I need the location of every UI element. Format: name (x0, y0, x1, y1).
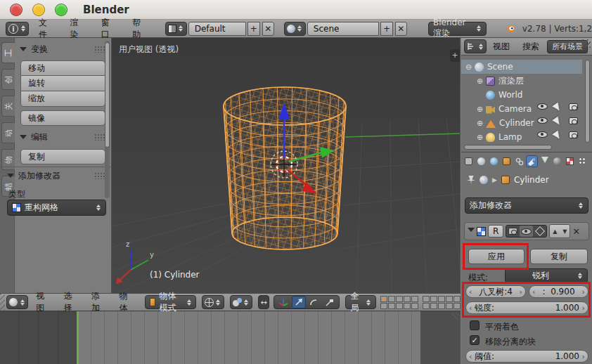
delete-screen-layout-button[interactable]: ✕ (262, 22, 274, 36)
duplicate-button[interactable]: 复制 (20, 149, 105, 164)
outliner-vscrollbar[interactable] (585, 60, 590, 143)
octree-depth-stepper[interactable]: 八叉树:4 (465, 285, 526, 298)
menu-render[interactable]: 渲染 (61, 17, 91, 41)
resize-grip[interactable] (452, 313, 459, 320)
mode-dropdown[interactable]: 物体模式 (145, 295, 196, 309)
outliner-view-menu[interactable]: 视图 (487, 41, 516, 53)
layers-widget-group2[interactable] (423, 296, 461, 309)
tab-scene-icon[interactable] (475, 155, 487, 167)
expand-node-icon[interactable]: ⊕ (475, 119, 484, 128)
panel-drag-handle[interactable] (94, 46, 105, 53)
view-menu[interactable]: 视图 (28, 290, 56, 314)
manipulate-centers-toggle[interactable]: ↔ (258, 295, 269, 309)
select-menu[interactable]: 选择 (56, 290, 84, 314)
editmode-toggle-icon[interactable] (533, 226, 546, 237)
scale-button[interactable]: 缩放 (20, 91, 105, 107)
expand-node-icon[interactable]: ⊕ (475, 133, 484, 142)
outliner-row-lamp[interactable]: ⊕ Lamp (461, 130, 582, 144)
sharpness-slider[interactable]: 锐度: 1.000 (465, 301, 588, 314)
copy-button[interactable]: 复制 (530, 249, 588, 264)
properties-region-expand-tab[interactable]: + (450, 49, 460, 62)
render-engine-dropdown[interactable]: Blender 渲染 (428, 22, 487, 36)
add-menu[interactable]: 添加 (84, 290, 111, 314)
tab-relations[interactable]: 关 (1, 96, 15, 117)
scale-manipulator-toggle[interactable] (323, 296, 337, 308)
timeline-editor[interactable] (0, 311, 461, 364)
outliner-search-menu[interactable]: 搜索 (516, 41, 546, 53)
timeline-frame-area[interactable] (77, 311, 420, 364)
scene-selector[interactable] (284, 22, 306, 36)
renderability-toggle-camera-icon[interactable] (569, 103, 578, 110)
renderability-toggle-camera-icon[interactable] (569, 131, 578, 138)
transform-panel-header[interactable]: 变换 (20, 44, 48, 56)
resize-grip[interactable] (582, 39, 591, 48)
timeline-playhead[interactable] (77, 311, 79, 364)
viewport-editor-type-selector[interactable] (6, 295, 28, 309)
menu-help[interactable]: 帮助 (124, 17, 153, 41)
modifier-type-dropdown[interactable]: 重构网格 (7, 200, 106, 216)
remove-disconnected-checkbox[interactable]: ✓ (470, 335, 480, 345)
tab-particles-icon[interactable] (577, 155, 588, 167)
smooth-shading-checkbox[interactable] (470, 320, 480, 330)
mirror-button[interactable]: 镜像 (20, 110, 105, 126)
screen-layout-name-field[interactable]: Default (188, 22, 246, 36)
close-window-button[interactable] (10, 4, 22, 16)
threshold-slider[interactable]: 阈值: 1.000 (465, 350, 588, 363)
tab-animation[interactable]: 动 (1, 122, 15, 143)
editor-type-selector[interactable]: i (6, 22, 29, 36)
delete-modifier-button[interactable]: ✕ (572, 226, 580, 237)
screen-layout-selector[interactable] (165, 22, 187, 36)
render-toggle-camera-icon[interactable] (506, 226, 520, 237)
add-screen-layout-button[interactable]: + (247, 22, 259, 36)
move-down-button[interactable]: ▼ (560, 225, 570, 238)
viewport-3d[interactable]: 用户视图 (透视) (1) Cylinder z y + (112, 38, 461, 293)
collapse-icon[interactable] (468, 228, 475, 235)
selectability-toggle-cursor-icon[interactable] (552, 117, 564, 130)
modifier-name-field[interactable]: R (488, 225, 503, 238)
apply-button[interactable]: 应用 (468, 249, 525, 264)
expand-node-icon[interactable]: ⊕ (475, 77, 484, 86)
pivot-dropdown[interactable] (230, 295, 252, 309)
rotate-manipulator-toggle[interactable] (307, 296, 321, 308)
selectability-toggle-cursor-icon[interactable] (552, 131, 564, 144)
tab-render-icon[interactable] (463, 155, 475, 167)
tab-constraints-icon[interactable] (513, 155, 525, 167)
panel-drag-handle[interactable] (94, 172, 105, 179)
tab-material-icon[interactable] (551, 155, 563, 167)
outliner-row-scene[interactable]: ⊖ Scene (461, 60, 582, 74)
outliner-editor-type-selector[interactable] (464, 39, 487, 53)
tab-world-icon[interactable] (488, 155, 500, 167)
visibility-toggle-eye-icon[interactable] (537, 131, 548, 138)
tool-shelf-scrollbar-thumb[interactable] (105, 42, 110, 148)
tab-create[interactable]: 创 (1, 69, 15, 90)
object-menu[interactable]: 物体 (111, 290, 139, 314)
tab-tools[interactable]: 工 (1, 42, 15, 63)
add-scene-button[interactable]: + (380, 22, 392, 36)
tab-modifiers-icon[interactable] (526, 155, 538, 167)
tab-texture-icon[interactable] (564, 155, 576, 167)
selectability-toggle-cursor-icon[interactable] (552, 103, 564, 116)
mode-dropdown[interactable]: 锐利 (505, 268, 588, 283)
outliner-row-camera[interactable]: ⊕ Camera (461, 102, 582, 116)
visibility-toggle-eye-icon[interactable] (537, 103, 548, 110)
outliner-row-cylinder[interactable]: ⊕ Cylinder (461, 116, 582, 130)
add-modifier-dropdown[interactable]: 添加修改器 (465, 197, 588, 214)
translate-manipulator-toggle[interactable] (292, 296, 306, 308)
tab-data-icon[interactable] (539, 155, 551, 167)
edit-panel-header[interactable]: 编辑 (20, 131, 48, 143)
scale-stepper[interactable]: : 0.900 (529, 285, 588, 298)
rotate-button[interactable]: 旋转 (20, 76, 105, 91)
maximize-window-button[interactable] (55, 4, 67, 16)
outliner-hscrollbar[interactable] (464, 145, 552, 150)
resize-grip[interactable] (0, 294, 5, 311)
menu-file[interactable]: 文件 (30, 17, 60, 41)
renderability-toggle-camera-icon[interactable] (569, 117, 578, 124)
viewport-toggle-eye-icon[interactable] (520, 226, 533, 237)
tab-object-icon[interactable] (501, 155, 513, 167)
layers-widget-group1[interactable] (380, 296, 418, 309)
delete-scene-button[interactable]: ✕ (395, 22, 407, 36)
move-button[interactable]: 移动 (20, 60, 105, 76)
move-up-button[interactable]: ▲ (550, 225, 560, 238)
operator-panel-header[interactable]: 添加修改器 (7, 170, 60, 182)
menu-window[interactable]: 窗口 (93, 17, 122, 41)
